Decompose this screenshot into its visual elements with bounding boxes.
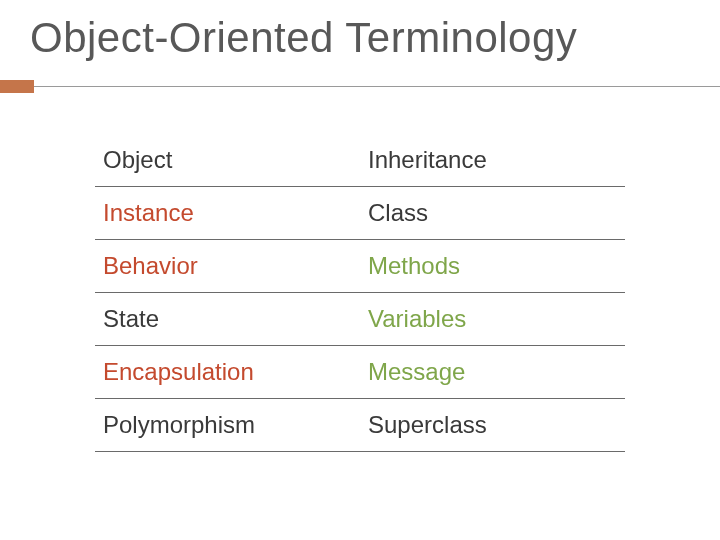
table-row: Behavior Methods — [95, 240, 625, 293]
table-row: Polymorphism Superclass — [95, 399, 625, 452]
term-left: Encapsulation — [95, 346, 360, 399]
title-rule — [0, 80, 720, 93]
table-row: Instance Class — [95, 187, 625, 240]
table-row: State Variables — [95, 293, 625, 346]
term-right: Methods — [360, 240, 625, 293]
term-left: Behavior — [95, 240, 360, 293]
term-right: Inheritance — [360, 134, 625, 187]
page-title: Object-Oriented Terminology — [30, 14, 577, 62]
term-left: Instance — [95, 187, 360, 240]
term-right: Variables — [360, 293, 625, 346]
terminology-table: Object Inheritance Instance Class Behavi… — [95, 134, 625, 452]
term-right: Class — [360, 187, 625, 240]
rule-accent — [0, 80, 34, 93]
slide: Object-Oriented Terminology Object Inher… — [0, 0, 720, 540]
table-body: Object Inheritance Instance Class Behavi… — [95, 134, 625, 452]
term-left: Polymorphism — [95, 399, 360, 452]
term-left: Object — [95, 134, 360, 187]
term-right: Message — [360, 346, 625, 399]
table-row: Encapsulation Message — [95, 346, 625, 399]
table-row: Object Inheritance — [95, 134, 625, 187]
term-right: Superclass — [360, 399, 625, 452]
rule-line — [34, 86, 720, 87]
term-left: State — [95, 293, 360, 346]
